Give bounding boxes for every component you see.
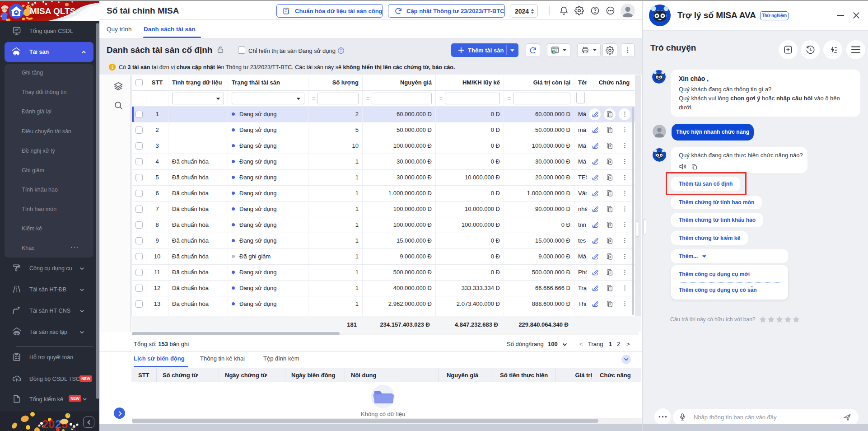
svg-text:MISA QLTS: MISA QLTS <box>30 6 75 16</box>
svg-text:20: 20 <box>42 418 55 431</box>
